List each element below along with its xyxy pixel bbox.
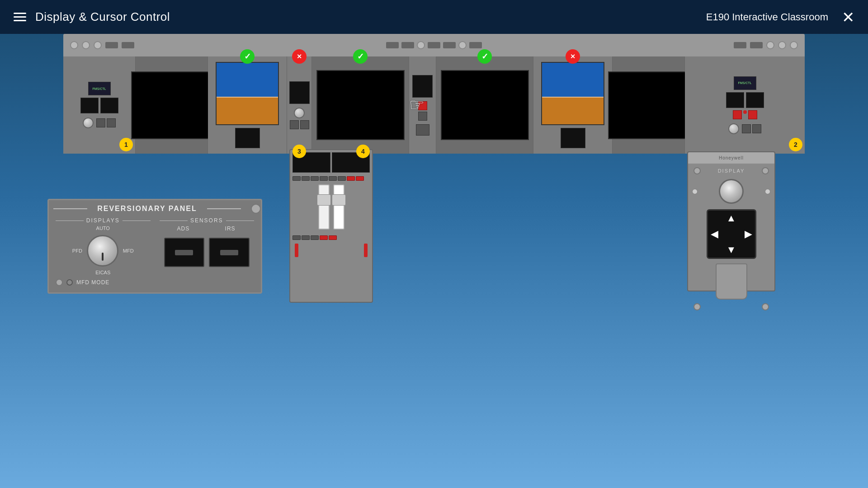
throttle-lever-right[interactable] — [333, 184, 344, 230]
ped-btn-6[interactable] — [338, 176, 346, 181]
fo-gauges[interactable] — [561, 128, 585, 148]
fo-red-sq-1[interactable] — [733, 110, 742, 119]
badge-green-fo: ✓ — [477, 49, 492, 64]
gs-center-knob-2[interactable] — [458, 41, 467, 49]
captain-gauges[interactable] — [235, 128, 260, 148]
gs-knob-3[interactable] — [94, 41, 102, 49]
ped-red-btn-1[interactable] — [347, 176, 355, 181]
cursor-bottom-right-btn[interactable] — [762, 303, 769, 310]
captain-radio-display[interactable]: FMS/CTL — [88, 82, 111, 95]
cursor-palm-rest[interactable] — [716, 263, 747, 300]
captain-left-panel: FMS/CTL 1 — [63, 56, 136, 154]
cursor-palm-area — [688, 263, 774, 300]
mfd-mode-small-knob[interactable] — [56, 279, 63, 286]
ped-lower-red-2[interactable] — [329, 235, 337, 240]
gs-right-ctrl-2[interactable] — [750, 42, 763, 48]
fo-pfd-display[interactable] — [541, 62, 604, 125]
gs-center-ctrl-1[interactable] — [386, 42, 399, 48]
pfd-sky — [217, 63, 278, 97]
fo-right-instr-1[interactable] — [726, 92, 744, 108]
captain-dim-knob[interactable] — [83, 117, 94, 128]
sq-center-2[interactable] — [416, 124, 429, 136]
ped-btn-3[interactable] — [311, 176, 319, 181]
ads-button[interactable] — [164, 238, 205, 267]
fo-dim-knob[interactable] — [728, 123, 739, 134]
irs-label: IRS — [208, 225, 252, 232]
ped-btn-5[interactable] — [329, 176, 337, 181]
rev-title-bar: REVERSIONARY PANEL — [49, 200, 261, 216]
captain-left-instr-1[interactable] — [80, 98, 99, 113]
captain-left-instr-2[interactable] — [100, 98, 118, 113]
display-selector-knob[interactable] — [87, 235, 118, 267]
gs-knob-2[interactable] — [82, 41, 90, 49]
gs-center-knob-1[interactable] — [417, 41, 425, 49]
mfd-label: MFD — [123, 248, 134, 253]
captain-sq-btn-1[interactable] — [96, 118, 105, 127]
ped-red-btn-2[interactable] — [356, 176, 364, 181]
gs-control-1[interactable] — [105, 42, 118, 48]
center-mfd-screen[interactable] — [316, 70, 405, 140]
cursor-left-btn[interactable] — [693, 167, 701, 174]
joy-arrow-down: ▼ — [726, 245, 736, 255]
badge-green-center: ✓ — [353, 49, 368, 64]
header: Display & Cursor Control E190 Interactiv… — [0, 0, 868, 34]
throttle-lever-left[interactable] — [318, 184, 330, 230]
cursor-knob-left[interactable] — [692, 188, 698, 195]
rev-side-knob[interactable] — [251, 204, 261, 214]
ped-btn-4[interactable] — [320, 176, 328, 181]
joystick-area[interactable]: ▲ ▼ ◀ ▶ — [707, 209, 756, 259]
sensors-line-r — [226, 221, 254, 221]
fo-pfd-screen[interactable] — [608, 71, 689, 139]
cursor-knob-right[interactable] — [764, 188, 771, 195]
cursor-main-knob[interactable] — [719, 179, 744, 204]
gs-right-knob-1[interactable] — [766, 41, 774, 49]
ped-lower-red-1[interactable] — [320, 235, 328, 240]
small-sq-1[interactable] — [290, 120, 299, 129]
small-sq-2[interactable] — [300, 120, 309, 129]
fo-red-sq-2[interactable] — [748, 110, 757, 119]
ped-btn-2[interactable] — [302, 176, 310, 181]
joy-arrow-up: ▲ — [726, 213, 736, 223]
ped-lower-btn-2[interactable] — [302, 235, 310, 240]
ped-btn-1[interactable] — [292, 176, 301, 181]
throttle-handle-left[interactable] — [317, 194, 331, 206]
gs-center-ctrl-5[interactable] — [469, 42, 482, 48]
captain-sq-btn-2[interactable] — [107, 118, 116, 127]
cursor-bottom-left-btn[interactable] — [693, 303, 701, 310]
fo-pfd-panel — [613, 56, 685, 154]
small-display-1[interactable] — [289, 81, 310, 104]
small-display-center[interactable] — [412, 75, 433, 98]
gs-knob-1[interactable] — [70, 41, 78, 49]
fo-mfd-screen[interactable] — [441, 70, 529, 140]
badge-number-1: 1 — [119, 138, 133, 151]
mfd-mode-dot[interactable] — [66, 279, 73, 286]
captain-pfd-display[interactable] — [216, 62, 279, 125]
fo-radio-display[interactable]: FMS/CTL — [734, 76, 756, 90]
ped-lower-btn-3[interactable] — [311, 235, 319, 240]
fo-red-dot-1 — [743, 110, 747, 114]
fo-sq-btn-1[interactable] — [742, 124, 751, 133]
menu-button[interactable] — [14, 13, 26, 21]
cursor-right-btn[interactable] — [762, 167, 769, 174]
gs-right-knob-2[interactable] — [778, 41, 786, 49]
fo-sq-btn-2[interactable] — [752, 124, 761, 133]
irs-button[interactable] — [209, 238, 250, 267]
captain-pfd-panel — [136, 56, 208, 154]
fo-right-instr-2[interactable] — [746, 92, 764, 108]
gs-control-2[interactable] — [122, 42, 134, 48]
cursor-control-panel: Honeywell DISPLAY ▲ ▼ ◀ ▶ — [687, 151, 775, 291]
gs-right-ctrl-1[interactable] — [734, 42, 746, 48]
gs-center-ctrl-2[interactable] — [401, 42, 414, 48]
hamburger-line-2 — [14, 16, 26, 18]
small-knob-left[interactable] — [294, 108, 305, 118]
ped-lower-btn-1[interactable] — [292, 235, 301, 240]
captain-pfd-screen[interactable] — [131, 71, 212, 139]
gs-center-ctrl-3[interactable] — [428, 42, 440, 48]
gs-right-knob-3[interactable] — [790, 41, 798, 49]
throttle-handle-right[interactable] — [332, 194, 346, 206]
fo-center-panel: ✕ — [533, 56, 613, 154]
joy-arrow-right: ▶ — [745, 229, 752, 239]
close-button[interactable]: ✕ — [842, 9, 854, 25]
gs-center-ctrl-4[interactable] — [443, 42, 456, 48]
pedestal-red-bar-right — [364, 244, 368, 257]
